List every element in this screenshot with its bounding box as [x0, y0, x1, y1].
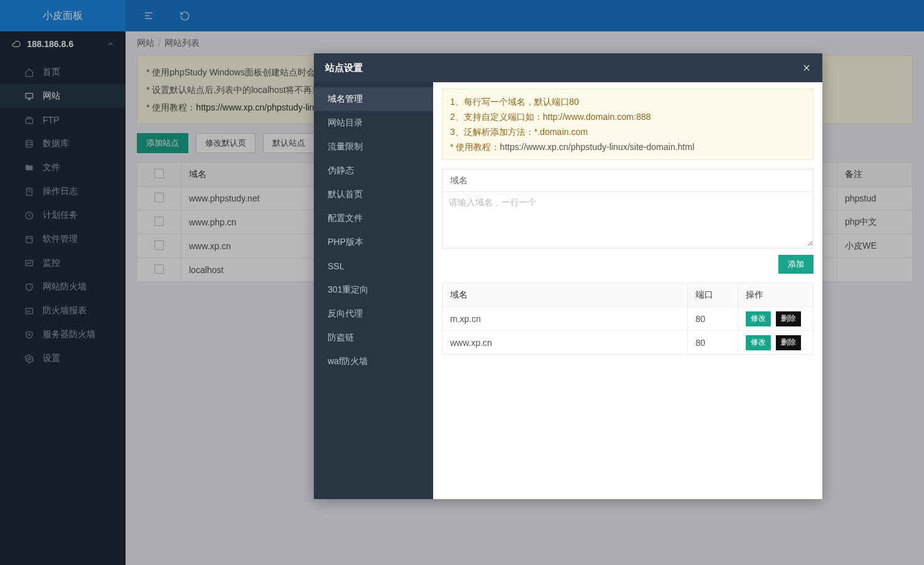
modal-tab-dir[interactable]: 网站目录: [314, 111, 433, 135]
dtable-cell-domain: m.xp.cn: [443, 307, 688, 331]
hint-line: 1、每行写一个域名，默认端口80: [450, 94, 805, 109]
close-icon[interactable]: [802, 63, 811, 72]
domain-panel: 域名: [442, 169, 814, 249]
delete-button[interactable]: 删除: [776, 311, 801, 326]
modal-content: 1、每行写一个域名，默认端口80 2、支持自定义端口如：http://www.d…: [433, 82, 822, 499]
dtable-cell-port: 80: [688, 331, 738, 355]
modal-tab-proxy[interactable]: 反向代理: [314, 302, 433, 326]
modal-tab-rewrite[interactable]: 伪静态: [314, 159, 433, 183]
modal-tab-index[interactable]: 默认首页: [314, 183, 433, 207]
dtable-header-ops: 操作: [738, 283, 814, 307]
site-settings-modal: 站点设置 域名管理 网站目录 流量限制 伪静态 默认首页 配置文件 PHP版本 …: [314, 53, 822, 499]
modal-tab-hotlink[interactable]: 防盗链: [314, 326, 433, 350]
dtable-row: www.xp.cn 80 修改 删除: [443, 331, 814, 355]
hint-line: * 使用教程：https://www.xp.cn/phpstudy-linux/…: [450, 139, 805, 154]
hint-box: 1、每行写一个域名，默认端口80 2、支持自定义端口如：http://www.d…: [442, 89, 814, 160]
modal-tab-traffic[interactable]: 流量限制: [314, 135, 433, 159]
domain-textarea[interactable]: [443, 192, 813, 246]
modal-tab-301[interactable]: 301重定向: [314, 278, 433, 302]
modal-tab-waf[interactable]: waf防火墙: [314, 350, 433, 374]
modify-button[interactable]: 修改: [746, 335, 771, 350]
dtable-cell-ops: 修改 删除: [738, 307, 814, 331]
modal-sidebar: 域名管理 网站目录 流量限制 伪静态 默认首页 配置文件 PHP版本 SSL 3…: [314, 82, 433, 499]
dtable-cell-domain: www.xp.cn: [443, 331, 688, 355]
hint-link[interactable]: https://www.xp.cn/phpstudy-linux/site-do…: [500, 142, 694, 152]
modal-tab-ssl[interactable]: SSL: [314, 254, 433, 278]
modal-tab-php[interactable]: PHP版本: [314, 230, 433, 254]
hint-line: 3、泛解析添加方法：*.domain.com: [450, 124, 805, 139]
domain-table: 域名 端口 操作 m.xp.cn 80 修改 删除: [442, 282, 814, 355]
modal-tab-conf[interactable]: 配置文件: [314, 207, 433, 230]
modal-header: 站点设置: [314, 53, 822, 82]
hint-line: 2、支持自定义端口如：http://www.domain.com:888: [450, 109, 805, 124]
modal-tab-domain[interactable]: 域名管理: [314, 87, 433, 111]
dtable-header-port: 端口: [688, 283, 738, 307]
dtable-cell-ops: 修改 删除: [738, 331, 814, 355]
modal-title: 站点设置: [325, 62, 363, 74]
delete-button[interactable]: 删除: [776, 335, 801, 350]
add-domain-button[interactable]: 添加: [778, 255, 814, 274]
dtable-cell-port: 80: [688, 307, 738, 331]
dtable-header-domain: 域名: [443, 283, 688, 307]
modify-button[interactable]: 修改: [746, 311, 771, 326]
dtable-row: m.xp.cn 80 修改 删除: [443, 307, 814, 331]
domain-panel-title: 域名: [443, 170, 813, 192]
